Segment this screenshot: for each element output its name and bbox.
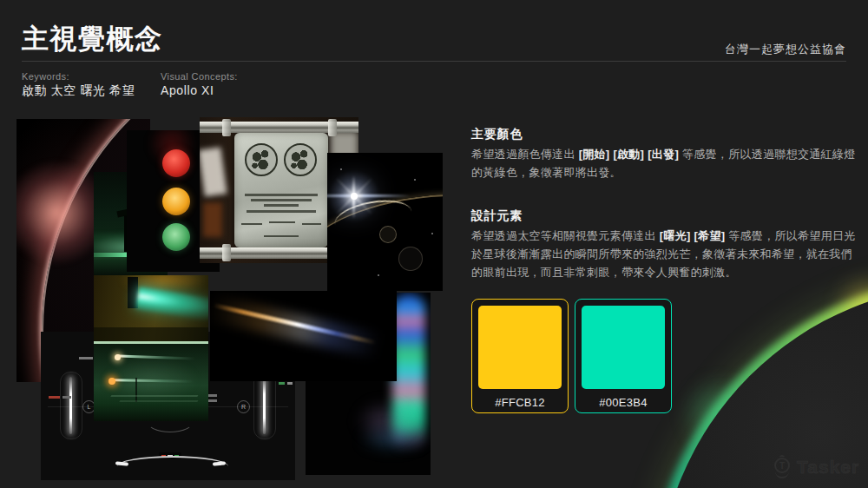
hud-micro-label <box>62 396 71 399</box>
moodboard-image-green-fog-lights <box>94 341 208 421</box>
org-name: 台灣一起夢想公益協會 <box>725 42 846 57</box>
concepts-label: Visual Concepts: <box>161 71 238 82</box>
plaque-left-brown <box>203 202 222 237</box>
brand-logo: T Tasker <box>773 455 859 478</box>
plaque-text-line <box>245 194 318 196</box>
sun-ray-horizontal <box>327 195 411 197</box>
logo-base-arc <box>775 472 789 478</box>
prism-blue-haze <box>358 427 427 452</box>
beam-bottom-shade <box>94 327 208 341</box>
traffic-light-green-lamp <box>162 223 190 251</box>
fog-top-line <box>94 341 208 344</box>
plaque-clamp <box>328 119 337 136</box>
moodboard-image-sunrise-over-earth <box>327 153 443 291</box>
header-divider <box>22 61 846 62</box>
fog-ground-streak <box>111 395 199 397</box>
hud-left-light-strip <box>69 377 72 434</box>
hud-right-light-strip <box>263 377 266 434</box>
star-dot <box>414 179 416 181</box>
keywords-value: 啟動 太空 曙光 希望 <box>22 83 135 99</box>
section-heading-design: 設計元素 <box>471 208 864 224</box>
fog-beam-upper-head <box>115 354 121 360</box>
plaque-clamp <box>222 119 231 136</box>
page-title: 主視覺概念 <box>22 21 163 57</box>
plaque-text-line <box>264 204 299 207</box>
plaque-text-line <box>247 210 316 213</box>
plaque-text-line <box>251 199 312 201</box>
hud-micro-label <box>49 396 60 399</box>
plaque-globe-east <box>284 143 317 176</box>
plaque-signature <box>264 235 299 237</box>
plaque-signature <box>241 223 262 225</box>
hud-soundbar-curve <box>117 456 228 466</box>
traffic-light-amber-lamp <box>162 188 190 215</box>
fog-ground-streak <box>120 400 199 402</box>
hud-right-channel-badge: R <box>237 400 250 413</box>
streak-soft-glow <box>210 294 382 359</box>
plaque-clamp <box>222 244 231 261</box>
moodboard-image-teal-beam <box>94 275 208 341</box>
lens-flare-ring <box>379 226 397 243</box>
color-swatch-teal <box>582 306 665 389</box>
color-card-yellow: #FFCB12 <box>471 299 569 413</box>
plaque-signature <box>269 221 295 223</box>
fog-beam-lower-head <box>108 378 115 385</box>
star-dot <box>340 168 342 170</box>
hud-micro-label <box>79 357 93 359</box>
plaque-panel <box>234 133 328 247</box>
hud-micro-label <box>287 382 293 385</box>
star-dot <box>378 274 379 276</box>
section-body-colors: 希望透過顏色傳達出 [開始] [啟動] [出發] 等感覺，所以透過聯想交通紅綠燈… <box>471 145 864 181</box>
color-hex-label: #00E3B4 <box>599 396 648 409</box>
traffic-light-red-lamp <box>162 149 190 177</box>
plaque-globe-west <box>245 143 278 176</box>
color-hex-label: #FFCB12 <box>495 396 545 409</box>
star-dot <box>431 233 433 234</box>
sun-core <box>351 193 358 200</box>
color-card-teal: #00E3B4 <box>575 299 672 413</box>
plaque-signature <box>302 223 321 225</box>
tasker-logo-icon: T <box>773 455 792 478</box>
slide: 主視覺概念 台灣一起夢想公益協會 Keywords: 啟動 太空 曙光 希望 V… <box>0 0 868 488</box>
color-palette: #FFCB12 #00E3B4 <box>471 299 672 413</box>
fog-signal-pole <box>135 378 137 402</box>
concepts-value: Apollo XI <box>161 83 214 97</box>
color-swatch-yellow <box>478 306 562 389</box>
moodboard-image-light-streak <box>210 291 397 381</box>
brand-wordmark: Tasker <box>797 457 859 478</box>
hud-micro-label <box>279 382 285 385</box>
section-heading-colors: 主要顏色 <box>471 127 864 142</box>
section-body-design: 希望透過太空等相關視覺元素傳達出 [曙光] [希望] 等感覺，所以希望用日光於星… <box>471 227 864 281</box>
keywords-label: Keywords: <box>22 71 69 82</box>
lens-flare-ring <box>398 247 423 271</box>
